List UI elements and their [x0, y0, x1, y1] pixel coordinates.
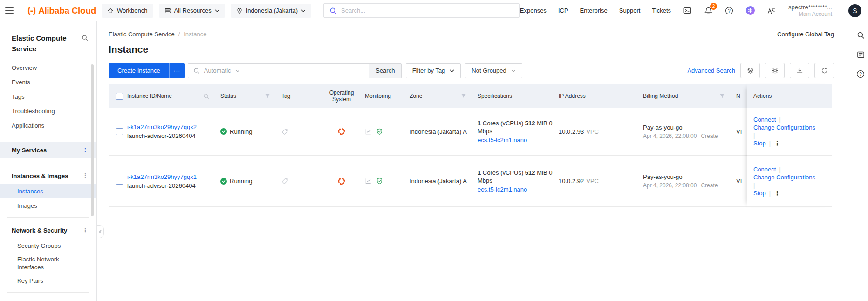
account-name: spectre********... [788, 4, 832, 11]
create-instance-button[interactable]: Create Instance [109, 63, 169, 78]
tag-icon[interactable] [281, 128, 288, 135]
monitoring-chart-icon[interactable] [365, 178, 372, 185]
global-search-input[interactable] [341, 7, 514, 14]
sidebar-item-security-groups[interactable]: Security Groups [0, 239, 96, 253]
sidebar-section-instances-images[interactable]: Instances & Images ⋮ [0, 167, 96, 184]
filter-funnel-icon[interactable] [461, 93, 466, 99]
select-all-checkbox[interactable] [116, 93, 123, 100]
ip-type: VPC [586, 178, 599, 185]
all-resources-dropdown[interactable]: All Resources [159, 4, 225, 18]
row-actions: Connect | Change Configurations | Stop |… [747, 156, 832, 207]
sidebar-section-network-security[interactable]: Network & Security ⋮ [0, 222, 96, 239]
change-configurations-action[interactable]: Change Configurations [753, 173, 815, 181]
grouping-dropdown[interactable]: Not Grouped [465, 63, 522, 78]
column-billing-method: Billing Method [643, 93, 678, 99]
ubuntu-os-icon [338, 178, 345, 185]
filter-funnel-icon[interactable] [719, 93, 725, 99]
divider [7, 137, 89, 137]
table-header-row: Instance ID/Name Status Tag Operating Sy… [109, 84, 832, 108]
change-configurations-action[interactable]: Change Configurations [753, 123, 815, 131]
security-shield-icon[interactable] [376, 128, 383, 135]
column-clipped: N [736, 93, 740, 99]
hamburger-menu-icon[interactable] [0, 0, 19, 21]
more-vertical-icon[interactable]: ⋮ [82, 172, 88, 179]
sidebar-item-key-pairs[interactable]: Key Pairs [0, 274, 96, 288]
chevron-down-icon [215, 9, 219, 12]
row-checkbox[interactable] [116, 128, 123, 135]
connect-action[interactable]: Connect [753, 165, 776, 173]
instance-id-link[interactable]: i-k1a27rm3ko29hyy7gqx2 [127, 123, 197, 130]
sidebar-search-icon[interactable] [82, 34, 88, 41]
account-info[interactable]: spectre********... Main Account [788, 4, 832, 18]
chevron-down-icon [235, 69, 240, 72]
more-actions-icon[interactable]: ⋮ [774, 189, 780, 197]
notifications-bell-icon[interactable]: 2 [704, 6, 713, 15]
sidebar-item-elastic-network-interfaces[interactable]: Elastic Network Interfaces [0, 253, 96, 274]
avatar[interactable]: S [848, 4, 861, 17]
svg-text:?: ? [859, 72, 862, 77]
support-link[interactable]: Support [619, 7, 641, 14]
breadcrumb-parent[interactable]: Elastic Compute Service [109, 31, 175, 38]
global-search-box[interactable] [323, 3, 520, 18]
instance-id-link[interactable]: i-k1a27rm3ko29hyy7gqx1 [127, 173, 197, 180]
enterprise-link[interactable]: Enterprise [580, 7, 608, 14]
security-shield-icon[interactable] [376, 178, 383, 185]
breadcrumb-current: Instance [184, 31, 206, 38]
rail-help-icon[interactable]: ? [856, 70, 865, 78]
instance-name: launch-advisor-20260404 [127, 182, 197, 189]
instance-search-select[interactable]: Automatic [188, 63, 369, 78]
instance-type-link[interactable]: ecs.t5-lc2m1.nano [478, 136, 527, 144]
ai-assistant-icon[interactable] [745, 6, 755, 15]
sidebar-item-images[interactable]: Images [0, 198, 96, 213]
filter-funnel-icon[interactable] [265, 93, 270, 99]
workbench-label: Workbench [117, 7, 148, 14]
sidebar-item-instances[interactable]: Instances [0, 184, 96, 198]
tickets-link[interactable]: Tickets [652, 7, 671, 14]
configure-global-tag-link[interactable]: Configure Global Tag [777, 31, 834, 38]
stop-action[interactable]: Stop [753, 189, 766, 197]
action-separator: | [779, 116, 780, 123]
region-label: Indonesia (Jakarta) [246, 7, 298, 14]
icp-link[interactable]: ICP [558, 7, 568, 14]
table-toolbar: Create Instance ··· Automatic Search Fil… [109, 63, 834, 78]
expenses-link[interactable]: Expenses [520, 7, 547, 14]
more-vertical-icon[interactable]: ⋮ [82, 147, 88, 153]
more-vertical-icon[interactable]: ⋮ [82, 227, 88, 233]
search-icon [193, 68, 200, 74]
column-search-icon[interactable] [203, 93, 209, 99]
sidebar-item-troubleshooting[interactable]: Troubleshooting [0, 104, 96, 118]
row-checkbox[interactable] [116, 178, 123, 185]
sidebar-item-overview[interactable]: Overview [0, 61, 96, 75]
layers-button[interactable] [740, 63, 760, 78]
search-button[interactable]: Search [369, 63, 402, 78]
stop-action[interactable]: Stop [753, 139, 766, 147]
settings-button[interactable] [765, 63, 785, 78]
zone-text: Indonesia (Jakarta) A [410, 178, 467, 185]
filter-by-tag-dropdown[interactable]: Filter by Tag [406, 63, 461, 78]
advanced-search-link[interactable]: Advanced Search [687, 67, 735, 74]
rail-search-icon[interactable] [856, 31, 865, 39]
sidebar-section-my-services[interactable]: My Services ⋮ [0, 142, 96, 158]
refresh-button[interactable] [814, 63, 834, 78]
workbench-button[interactable]: Workbench [102, 4, 153, 18]
terminal-icon[interactable] [683, 6, 692, 15]
connect-action[interactable]: Connect [753, 116, 776, 123]
more-actions-icon[interactable]: ⋮ [774, 139, 780, 147]
export-button[interactable] [790, 63, 809, 78]
layers-icon [747, 67, 754, 74]
sidebar-scrollbar[interactable] [91, 64, 94, 216]
alibaba-cloud-logo[interactable]: (-) Alibaba Cloud [27, 5, 96, 16]
instance-type-link[interactable]: ecs.t5-lc2m1.nano [478, 185, 527, 193]
sidebar-item-events[interactable]: Events [0, 75, 96, 89]
region-selector[interactable]: Indonesia (Jakarta) [231, 4, 311, 18]
help-icon[interactable]: ? [724, 6, 734, 15]
sidebar-collapse-button[interactable] [97, 225, 104, 238]
sidebar-item-applications[interactable]: Applications [0, 118, 96, 133]
create-more-options-button[interactable]: ··· [169, 63, 185, 78]
tag-icon[interactable] [281, 178, 288, 185]
language-translate-icon[interactable] [766, 6, 776, 15]
column-actions: Actions [747, 84, 832, 108]
rail-panel-icon[interactable] [856, 50, 865, 59]
monitoring-chart-icon[interactable] [365, 128, 372, 135]
sidebar-item-tags[interactable]: Tags [0, 89, 96, 104]
